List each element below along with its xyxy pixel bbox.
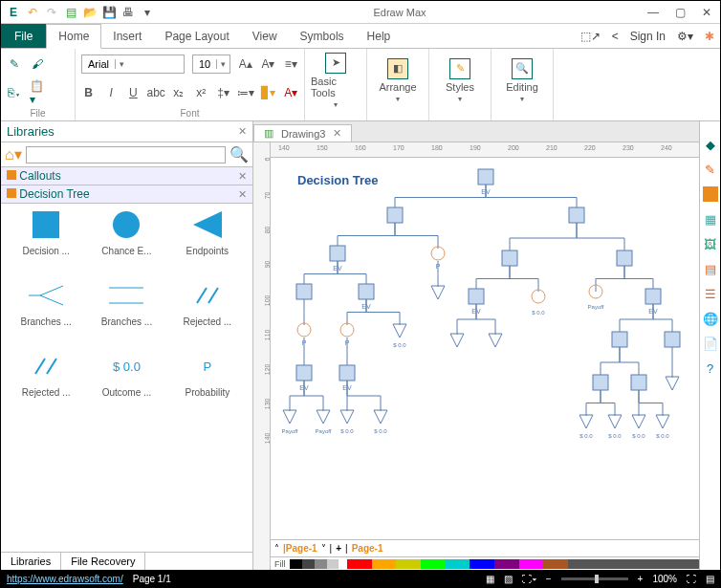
font-name-combo[interactable]: Arial▾ [81,54,185,74]
paste-icon[interactable]: 📋▾ [30,85,45,100]
shrink-font-icon[interactable]: A▾ [261,56,276,72]
fullscreen-icon[interactable]: ⛶ [687,574,696,584]
new-icon[interactable]: ▤ [64,6,77,19]
svg-rect-47 [593,375,608,390]
home-icon[interactable]: ⌂▾ [5,145,22,163]
library-search-input[interactable] [26,146,226,163]
subscript-icon[interactable]: x₂ [171,85,186,100]
brush-icon[interactable]: 🖌 [30,56,45,72]
zoom-slider[interactable] [561,577,628,580]
tab-file-recovery[interactable]: File Recovery [61,553,145,570]
open-icon[interactable]: 📂 [83,6,97,19]
font-size-combo[interactable]: 10▾ [192,54,230,74]
styles-button[interactable]: ✎Styles▾ [435,52,485,109]
tab-insert[interactable]: Insert [101,24,153,48]
maximize-button[interactable]: ▢ [666,2,693,23]
grow-font-icon[interactable]: A▴ [238,56,253,72]
shape-item[interactable]: Decision ... [7,209,85,276]
shape-item[interactable]: Rejected ... [168,280,247,347]
svg-rect-21 [296,365,312,381]
minimize-button[interactable]: — [640,2,666,23]
export-icon[interactable]: ⬚↗ [575,24,606,48]
sign-in-link[interactable]: Sign In [624,24,671,48]
arrange-button[interactable]: ◧Arrange▾ [373,52,423,109]
page-tab-2[interactable]: Page-1 [352,543,383,554]
zoom-in-button[interactable]: + [638,574,644,584]
align-icon[interactable]: ≡▾ [283,56,298,72]
tab-view[interactable]: View [241,24,289,48]
shape-item[interactable]: Chance E... [87,209,165,276]
fill2-icon[interactable]: ▤ [703,261,718,276]
format-painter-icon[interactable]: ✎ [7,56,22,72]
shape-label: Branches ... [101,316,152,327]
fit-icon[interactable]: ⛶▾ [522,574,536,584]
copy-icon[interactable]: ⎘▾ [7,85,22,100]
tab-home[interactable]: Home [46,24,101,49]
svg-rect-6 [569,207,584,223]
undo-icon[interactable]: ↶ [26,6,39,19]
picture-icon[interactable]: 🖼 [703,236,718,251]
list-icon[interactable]: ☰ [703,286,718,301]
tab-page-layout[interactable]: Page Layout [153,24,240,48]
page-tab-1[interactable]: |Page-1 [283,543,317,554]
category-callouts[interactable]: Callouts✕ [1,167,252,185]
add-page-icon[interactable]: + [336,543,341,554]
superscript-icon[interactable]: x² [194,85,208,100]
svg-marker-44 [489,334,502,347]
help-icon[interactable]: ? [703,360,718,376]
image-icon[interactable]: ▦ [703,211,718,227]
basic-tools-button[interactable]: ➤Basic Tools▾ [311,52,360,109]
italic-button[interactable]: I [103,85,118,100]
editing-button[interactable]: 🔍Editing▾ [497,52,547,109]
document-tab[interactable]: ▥ Drawing3 ✕ [253,124,352,142]
svg-marker-25 [283,410,296,424]
tab-libraries[interactable]: Libraries [1,553,61,570]
tab-symbols[interactable]: Symbols [289,24,356,48]
layers-icon[interactable]: ▤ [706,574,714,584]
color-swatches[interactable] [290,559,700,569]
shape-item[interactable]: Rejected ... [7,351,85,418]
scroll-right-icon[interactable]: ˅ [321,543,326,554]
font-color-icon[interactable]: A▾ [284,85,298,100]
redo-icon[interactable]: ↷ [45,6,58,19]
underline-button[interactable]: U [126,85,141,100]
close-panel-icon[interactable]: ✕ [238,125,247,138]
close-tab-icon[interactable]: ✕ [333,127,341,140]
shape-item[interactable]: $ 0.0Outcome ... [87,351,165,418]
file-menu[interactable]: File [1,24,46,48]
page-icon[interactable]: 📄 [703,336,718,351]
theme-icon[interactable]: ◆ [703,137,718,152]
shape-item[interactable]: Endpoints [168,209,247,276]
bold-button[interactable]: B [81,85,96,100]
shape-item[interactable]: Branches ... [87,280,165,347]
svg-text:$ 0.0: $ 0.0 [393,342,406,348]
save-icon[interactable]: 💾 [102,6,116,19]
search-icon[interactable]: 🔍 [229,145,249,163]
gear-icon[interactable]: ⚙▾ [671,24,699,48]
highlight-icon[interactable]: ▊▾ [261,85,275,100]
zoom-out-button[interactable]: − [546,574,552,584]
shape-item[interactable]: Branches ... [7,280,85,347]
line-spacing-icon[interactable]: ‡▾ [216,85,230,100]
snap-icon[interactable]: ▨ [504,574,513,584]
options-icon[interactable]: ▾ [141,6,154,19]
svg-rect-0 [33,211,59,238]
close-button[interactable]: ✕ [693,2,720,23]
color-logo-icon[interactable]: ✱ [699,24,720,48]
tab-help[interactable]: Help [356,24,403,48]
print-icon[interactable]: 🖶 [121,6,135,19]
grid-icon[interactable]: ▦ [486,574,494,584]
category-decision-tree[interactable]: Decision Tree✕ [1,185,252,204]
rect-icon[interactable] [703,186,718,202]
drawing-canvas[interactable]: Decision Tree EVEVPEVPP$ 0.0EVEVPayoffPa… [271,158,699,539]
bullets-icon[interactable]: ≔▾ [238,85,253,100]
pen-icon[interactable]: ✎ [703,162,718,177]
shape-item[interactable]: PProbability [168,351,247,418]
svg-marker-43 [450,334,464,347]
scroll-left-icon[interactable]: ˄ [274,543,279,554]
globe-icon[interactable]: 🌐 [703,311,718,326]
strike-icon[interactable]: abc [148,85,164,100]
website-link[interactable]: https://www.edrawsoft.com/ [7,574,123,584]
share-icon[interactable]: < [606,24,624,48]
ribbon-group-font: Font [81,108,298,120]
